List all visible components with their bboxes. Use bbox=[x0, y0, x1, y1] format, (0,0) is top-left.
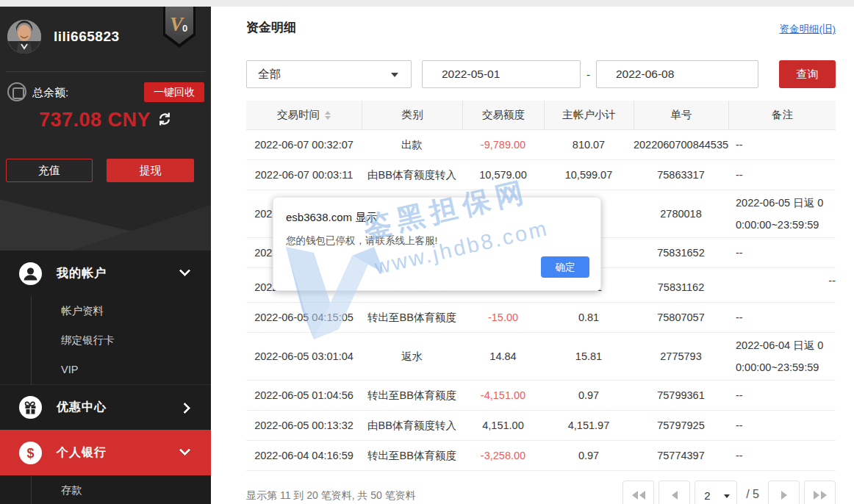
cell-remark: -- bbox=[728, 160, 836, 190]
old-version-link[interactable]: 资金明细(旧) bbox=[780, 23, 836, 36]
gift-icon bbox=[19, 396, 42, 419]
cell-order-no: 75831162 bbox=[634, 268, 728, 302]
date-to-input[interactable] bbox=[596, 60, 758, 88]
chevron-right-icon bbox=[179, 403, 191, 414]
cell-remark: -- bbox=[728, 381, 836, 410]
avatar-image bbox=[7, 20, 41, 54]
svg-text:$: $ bbox=[26, 446, 34, 461]
my-account-submenu: 帐户资料 绑定银行卡 VIP bbox=[0, 296, 211, 384]
menu-item-personal-bank[interactable]: $ 个人银行 bbox=[0, 430, 211, 475]
table-row: 2022-06-07 00:03:11由BB体育额度转入10,579.0010,… bbox=[246, 160, 836, 190]
table-body: 2022-06-07 00:32:07出款-9,789.00810.072022… bbox=[246, 130, 836, 471]
header-amount: 交易额度 bbox=[462, 101, 544, 129]
date-from-input[interactable] bbox=[422, 60, 581, 88]
filter-bar: 全部 - 查询 bbox=[246, 60, 836, 88]
cell-type: 返水 bbox=[362, 333, 462, 380]
page-controls: 2 / 5 bbox=[622, 480, 836, 504]
dollar-icon: $ bbox=[19, 442, 42, 464]
cell-time: 2022-06-05 04:15:05 bbox=[246, 303, 362, 332]
header-order-no: 单号 bbox=[634, 101, 728, 129]
cell-type: 转出至BB体育额度 bbox=[362, 441, 462, 470]
cell-amount: 4,151.00 bbox=[462, 411, 544, 440]
caret-down-icon bbox=[391, 73, 398, 77]
balance-row: 737.08 CNY bbox=[0, 109, 211, 132]
type-select-value: 全部 bbox=[258, 67, 281, 82]
table-row: 2022-06-04 04:16:59转出至BB体育额度-3,258.000.9… bbox=[246, 441, 836, 471]
cell-time: 2022-06-05 03:01:04 bbox=[246, 333, 362, 380]
user-icon bbox=[19, 262, 42, 285]
next-page-button[interactable] bbox=[768, 480, 800, 504]
page-select-value: 2 bbox=[704, 489, 710, 502]
remark-line: 2022-06-05 日返 0 bbox=[736, 192, 823, 214]
cell-time: 2022-06-04 04:16:59 bbox=[246, 441, 362, 470]
submenu-item-bind-bank-card[interactable]: 绑定银行卡 bbox=[0, 325, 211, 355]
last-page-button[interactable] bbox=[804, 480, 836, 504]
top-strip bbox=[0, 0, 854, 7]
remark-line: 0:00:00~23:59:59 bbox=[736, 214, 819, 236]
cell-remark: -- bbox=[728, 238, 836, 267]
balance-amount: 737.08 CNY bbox=[39, 109, 151, 131]
sidebar: lili665823 V 0 总余额: 一键回收 737.08 CNY 充值 提… bbox=[0, 0, 211, 504]
cell-balance: 15.81 bbox=[544, 333, 634, 380]
cell-balance: 810.07 bbox=[544, 130, 634, 159]
cell-amount: -4,151.00 bbox=[462, 381, 544, 410]
username: lili665823 bbox=[54, 29, 120, 45]
cell-order-no: 75863317 bbox=[634, 160, 728, 190]
balance-label: 总余额: bbox=[32, 86, 68, 100]
sidebar-pattern bbox=[0, 185, 211, 251]
cell-balance: 0.97 bbox=[544, 441, 634, 470]
cell-order-no: 75799361 bbox=[634, 381, 728, 410]
cell-time: 2022-06-07 00:32:07 bbox=[246, 130, 362, 159]
menu-label: 个人银行 bbox=[57, 445, 107, 461]
cell-time: 2022-06-05 00:13:32 bbox=[246, 411, 362, 440]
refresh-icon[interactable] bbox=[157, 112, 172, 129]
menu-label: 我的帐户 bbox=[57, 266, 107, 281]
cell-type: 由BB体育额度转入 bbox=[362, 411, 462, 440]
type-select[interactable]: 全部 bbox=[246, 60, 412, 88]
chevron-down-icon bbox=[179, 265, 191, 277]
search-button[interactable]: 查询 bbox=[779, 60, 836, 88]
sort-icon[interactable] bbox=[325, 111, 331, 120]
cell-remark: -- bbox=[728, 303, 836, 332]
submenu-item-account-info[interactable]: 帐户资料 bbox=[0, 296, 211, 325]
table-row: 2022-06-05 03:01:04返水14.8415.81277579320… bbox=[246, 333, 836, 381]
cell-amount: -9,789.00 bbox=[462, 130, 544, 159]
dialog-message: 您的钱包已停权，请联系线上客服! bbox=[286, 234, 437, 248]
cell-amount: -3,258.00 bbox=[462, 441, 544, 470]
deposit-button[interactable]: 充值 bbox=[6, 159, 93, 182]
menu-item-my-account[interactable]: 我的帐户 bbox=[0, 251, 211, 296]
vip-level-number: 0 bbox=[182, 23, 187, 34]
date-separator: - bbox=[586, 68, 590, 81]
cell-order-no: 75831652 bbox=[634, 238, 728, 267]
one-click-recover-button[interactable]: 一键回收 bbox=[144, 82, 204, 102]
submenu-item-vip[interactable]: VIP bbox=[0, 355, 211, 384]
header-remark: 备注 bbox=[728, 101, 836, 129]
cell-order-no: 75774397 bbox=[634, 441, 728, 470]
cell-amount: 10,579.00 bbox=[462, 160, 544, 190]
cell-order-no: 75807057 bbox=[634, 303, 728, 332]
menu-item-promotions[interactable]: 优惠中心 bbox=[0, 384, 211, 430]
cell-remark: -- bbox=[728, 130, 836, 159]
first-page-button[interactable] bbox=[622, 480, 654, 504]
cell-order-no: 75797925 bbox=[634, 411, 728, 440]
cell-order-no: 2775793 bbox=[634, 333, 728, 380]
table-row: 2022-06-05 04:15:05转出至BB体育额度-15.000.8175… bbox=[246, 303, 836, 333]
vip-badge: V 0 bbox=[163, 7, 195, 48]
page-select[interactable]: 2 bbox=[695, 480, 737, 504]
cell-amount: 14.84 bbox=[462, 333, 544, 380]
cell-time: 2022-06-05 01:04:56 bbox=[246, 381, 362, 410]
submenu-item-deposit[interactable]: 存款 bbox=[0, 475, 211, 504]
dialog-ok-button[interactable]: 确定 bbox=[541, 256, 589, 278]
cell-order-no: 2780018 bbox=[634, 190, 728, 237]
cell-remark: 2022-06-04 日返 00:00:00~23:59:59 bbox=[728, 333, 836, 380]
table-header: 交易时间 类别 交易额度 主帐户小计 单号 备注 bbox=[246, 101, 836, 130]
cell-remark: 2022-06-05 日返 00:00:00~23:59:59 bbox=[728, 190, 836, 237]
cell-remark: -- bbox=[728, 268, 836, 302]
avatar[interactable] bbox=[7, 20, 41, 54]
cell-amount: -15.00 bbox=[462, 303, 544, 332]
prev-page-button[interactable] bbox=[659, 480, 690, 504]
cell-type: 由BB体育额度转入 bbox=[362, 160, 462, 190]
header-time: 交易时间 bbox=[246, 101, 362, 129]
withdraw-button[interactable]: 提现 bbox=[107, 159, 194, 182]
personal-bank-submenu: 存款 bbox=[0, 475, 211, 504]
